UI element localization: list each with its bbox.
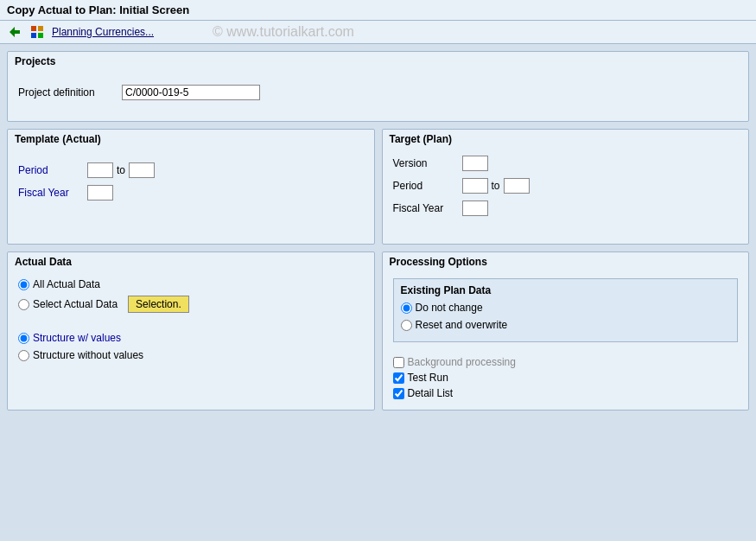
target-version-row: Version bbox=[393, 156, 739, 171]
target-period-label: Period bbox=[393, 180, 462, 192]
target-fiscal-row: Fiscal Year bbox=[393, 200, 739, 216]
target-title: Target (Plan) bbox=[383, 130, 749, 149]
svg-rect-3 bbox=[31, 33, 36, 38]
structure-without-values-label: Structure without values bbox=[33, 349, 143, 361]
do-not-change-radio[interactable] bbox=[401, 302, 412, 314]
svg-marker-0 bbox=[10, 27, 20, 37]
target-period-row: Period to bbox=[393, 178, 739, 194]
select-actual-data-radio[interactable] bbox=[18, 299, 29, 310]
target-to-label: to bbox=[492, 180, 500, 192]
template-period-label: Period bbox=[18, 164, 87, 176]
toolbar: Planning Currencies... © www.tutorialkar… bbox=[0, 21, 756, 44]
project-definition-row: Project definition bbox=[18, 85, 738, 100]
target-period-to-input[interactable] bbox=[504, 178, 530, 194]
select-actual-data-label: Select Actual Data bbox=[33, 298, 118, 310]
template-fiscal-row: Fiscal Year bbox=[18, 185, 364, 200]
planning-currencies-link[interactable]: Planning Currencies... bbox=[52, 26, 154, 38]
watermark-text: © www.tutorialkart.com bbox=[213, 24, 354, 40]
grid-icon[interactable] bbox=[29, 24, 45, 40]
template-fiscal-label: Fiscal Year bbox=[18, 187, 87, 199]
processing-options-title: Processing Options bbox=[383, 252, 749, 271]
svg-rect-2 bbox=[38, 26, 43, 31]
all-actual-data-radio[interactable] bbox=[18, 279, 29, 290]
structure-with-values-radio[interactable] bbox=[18, 333, 29, 344]
reset-overwrite-radio[interactable] bbox=[401, 320, 412, 331]
project-definition-label: Project definition bbox=[18, 86, 122, 99]
background-processing-label: Background processing bbox=[408, 356, 516, 368]
actual-data-section: Actual Data All Actual Data Select Actua… bbox=[7, 251, 375, 411]
template-target-row: Template (Actual) Period to Fiscal Year bbox=[7, 129, 749, 245]
select-actual-data-row: Select Actual Data Selection. bbox=[18, 296, 364, 313]
projects-section: Projects Project definition bbox=[7, 51, 749, 122]
test-run-label: Test Run bbox=[408, 372, 448, 384]
actual-processing-row: Actual Data All Actual Data Select Actua… bbox=[7, 251, 749, 411]
actual-data-title: Actual Data bbox=[8, 252, 374, 271]
svg-rect-1 bbox=[31, 26, 36, 31]
detail-list-label: Detail List bbox=[408, 387, 454, 399]
all-actual-data-label: All Actual Data bbox=[33, 278, 100, 290]
projects-title: Projects bbox=[8, 52, 748, 71]
existing-plan-data-box: Existing Plan Data Do not change Reset a… bbox=[393, 278, 739, 342]
structure-with-values-row: Structure w/ values bbox=[18, 332, 364, 344]
background-processing-checkbox[interactable] bbox=[393, 357, 404, 368]
svg-rect-4 bbox=[38, 33, 43, 38]
do-not-change-label: Do not change bbox=[416, 302, 483, 314]
target-fiscal-label: Fiscal Year bbox=[393, 202, 462, 214]
target-period-from-input[interactable] bbox=[462, 178, 488, 194]
do-not-change-row: Do not change bbox=[401, 302, 731, 314]
processing-options-section: Processing Options Existing Plan Data Do… bbox=[382, 251, 750, 411]
target-version-input[interactable] bbox=[462, 156, 488, 171]
project-definition-input[interactable] bbox=[122, 85, 260, 100]
main-content: Projects Project definition Template (Ac… bbox=[0, 44, 756, 417]
background-processing-row: Background processing bbox=[393, 356, 739, 368]
test-run-checkbox[interactable] bbox=[393, 372, 404, 384]
template-fiscal-input[interactable] bbox=[87, 185, 113, 200]
title-text: Copy Actual to Plan: Initial Screen bbox=[7, 3, 189, 16]
selection-button[interactable]: Selection. bbox=[128, 296, 189, 313]
template-period-row: Period to bbox=[18, 162, 364, 178]
test-run-row: Test Run bbox=[393, 372, 739, 384]
existing-plan-data-title: Existing Plan Data bbox=[401, 284, 731, 296]
structure-without-values-radio[interactable] bbox=[18, 350, 29, 361]
structure-without-values-row: Structure without values bbox=[18, 349, 364, 361]
target-version-label: Version bbox=[393, 157, 462, 169]
target-fiscal-input[interactable] bbox=[462, 200, 488, 216]
template-period-to-input[interactable] bbox=[129, 162, 155, 178]
template-title: Template (Actual) bbox=[8, 130, 374, 149]
detail-list-row: Detail List bbox=[393, 387, 739, 399]
target-section: Target (Plan) Version Period to Fiscal Y… bbox=[382, 129, 750, 245]
back-icon[interactable] bbox=[7, 24, 22, 40]
template-section: Template (Actual) Period to Fiscal Year bbox=[7, 129, 375, 245]
template-period-from-input[interactable] bbox=[87, 162, 113, 178]
title-bar: Copy Actual to Plan: Initial Screen bbox=[0, 0, 756, 21]
detail-list-checkbox[interactable] bbox=[393, 388, 404, 399]
reset-overwrite-row: Reset and overwrite bbox=[401, 319, 731, 331]
structure-with-values-label: Structure w/ values bbox=[33, 332, 121, 344]
template-to-label: to bbox=[117, 164, 125, 176]
all-actual-data-row: All Actual Data bbox=[18, 278, 364, 290]
reset-overwrite-label: Reset and overwrite bbox=[416, 319, 508, 331]
